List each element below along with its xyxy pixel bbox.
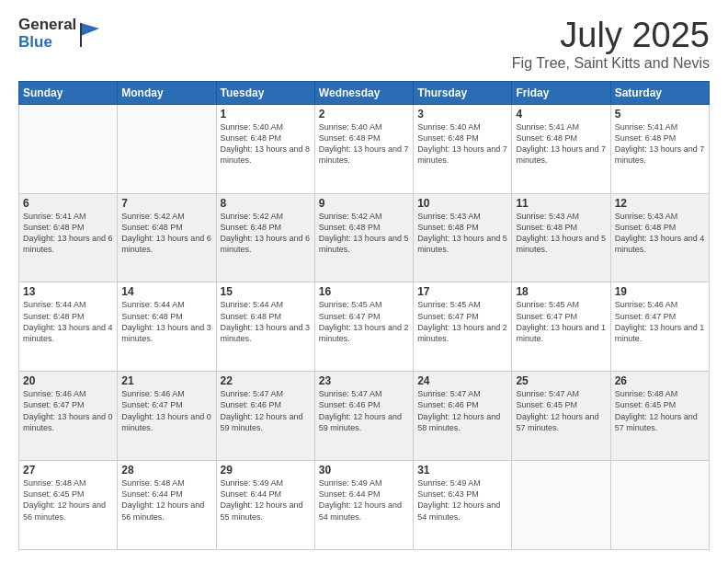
calendar-week-row: 20Sunrise: 5:46 AM Sunset: 6:47 PM Dayli… (19, 372, 710, 461)
day-info: Sunrise: 5:47 AM Sunset: 6:46 PM Dayligh… (319, 388, 409, 433)
day-number: 13 (23, 285, 113, 298)
day-info: Sunrise: 5:47 AM Sunset: 6:46 PM Dayligh… (221, 388, 311, 433)
table-row: 15Sunrise: 5:44 AM Sunset: 6:48 PM Dayli… (216, 282, 314, 372)
header-friday: Friday (512, 81, 610, 104)
day-info: Sunrise: 5:43 AM Sunset: 6:48 PM Dayligh… (417, 211, 507, 256)
calendar-table: Sunday Monday Tuesday Wednesday Thursday… (18, 81, 710, 550)
day-number: 3 (417, 108, 507, 121)
table-row (610, 461, 709, 550)
header-saturday: Saturday (610, 81, 709, 104)
day-number: 6 (23, 197, 113, 210)
table-row: 2Sunrise: 5:40 AM Sunset: 6:48 PM Daylig… (314, 104, 413, 193)
day-info: Sunrise: 5:49 AM Sunset: 6:44 PM Dayligh… (319, 477, 409, 523)
day-info: Sunrise: 5:47 AM Sunset: 6:46 PM Dayligh… (417, 388, 507, 433)
table-row: 11Sunrise: 5:43 AM Sunset: 6:48 PM Dayli… (512, 193, 610, 282)
day-number: 7 (121, 197, 211, 210)
day-number: 27 (23, 464, 113, 477)
day-info: Sunrise: 5:42 AM Sunset: 6:48 PM Dayligh… (319, 211, 409, 256)
header-sunday: Sunday (19, 81, 118, 104)
day-info: Sunrise: 5:40 AM Sunset: 6:48 PM Dayligh… (319, 121, 409, 167)
day-number: 21 (121, 374, 211, 387)
table-row: 14Sunrise: 5:44 AM Sunset: 6:48 PM Dayli… (118, 282, 216, 372)
table-row: 20Sunrise: 5:46 AM Sunset: 6:47 PM Dayli… (19, 372, 118, 461)
day-number: 24 (417, 374, 507, 387)
logo-blue: Blue (18, 34, 76, 52)
table-row: 5Sunrise: 5:41 AM Sunset: 6:48 PM Daylig… (610, 104, 709, 193)
logo-text: General Blue (18, 17, 76, 51)
table-row: 17Sunrise: 5:45 AM Sunset: 6:47 PM Dayli… (414, 282, 512, 372)
table-row: 24Sunrise: 5:47 AM Sunset: 6:46 PM Dayli… (414, 372, 512, 461)
day-info: Sunrise: 5:48 AM Sunset: 6:44 PM Dayligh… (121, 477, 211, 523)
calendar-week-row: 13Sunrise: 5:44 AM Sunset: 6:48 PM Dayli… (19, 282, 710, 372)
day-info: Sunrise: 5:41 AM Sunset: 6:48 PM Dayligh… (615, 121, 705, 167)
day-info: Sunrise: 5:44 AM Sunset: 6:48 PM Dayligh… (121, 299, 211, 344)
calendar-week-row: 27Sunrise: 5:48 AM Sunset: 6:45 PM Dayli… (19, 461, 710, 550)
page: General Blue July 2025 Fig Tree, Saint K… (0, 0, 728, 563)
day-info: Sunrise: 5:40 AM Sunset: 6:48 PM Dayligh… (221, 121, 311, 167)
day-number: 1 (221, 108, 311, 121)
day-number: 9 (319, 197, 409, 210)
table-row: 7Sunrise: 5:42 AM Sunset: 6:48 PM Daylig… (118, 193, 216, 282)
table-row: 22Sunrise: 5:47 AM Sunset: 6:46 PM Dayli… (216, 372, 314, 461)
header-thursday: Thursday (414, 81, 512, 104)
table-row: 4Sunrise: 5:41 AM Sunset: 6:48 PM Daylig… (512, 104, 610, 193)
day-number: 19 (615, 285, 705, 298)
day-number: 4 (516, 108, 606, 121)
table-row: 1Sunrise: 5:40 AM Sunset: 6:48 PM Daylig… (216, 104, 314, 193)
table-row: 13Sunrise: 5:44 AM Sunset: 6:48 PM Dayli… (19, 282, 118, 372)
day-number: 2 (319, 108, 409, 121)
day-info: Sunrise: 5:45 AM Sunset: 6:47 PM Dayligh… (417, 299, 507, 344)
header-wednesday: Wednesday (314, 81, 413, 104)
table-row (19, 104, 118, 193)
day-info: Sunrise: 5:47 AM Sunset: 6:45 PM Dayligh… (516, 388, 606, 433)
table-row: 21Sunrise: 5:46 AM Sunset: 6:47 PM Dayli… (118, 372, 216, 461)
day-number: 25 (516, 374, 606, 387)
day-number: 18 (516, 285, 606, 298)
day-number: 16 (319, 285, 409, 298)
table-row: 3Sunrise: 5:40 AM Sunset: 6:48 PM Daylig… (414, 104, 512, 193)
day-number: 15 (221, 285, 311, 298)
day-number: 12 (615, 197, 705, 210)
day-info: Sunrise: 5:44 AM Sunset: 6:48 PM Dayligh… (221, 299, 311, 344)
header-monday: Monday (118, 81, 216, 104)
day-info: Sunrise: 5:45 AM Sunset: 6:47 PM Dayligh… (516, 299, 606, 344)
table-row: 28Sunrise: 5:48 AM Sunset: 6:44 PM Dayli… (118, 461, 216, 550)
calendar-week-row: 6Sunrise: 5:41 AM Sunset: 6:48 PM Daylig… (19, 193, 710, 282)
day-info: Sunrise: 5:46 AM Sunset: 6:47 PM Dayligh… (121, 388, 211, 433)
day-number: 5 (615, 108, 705, 121)
header-tuesday: Tuesday (216, 81, 314, 104)
day-number: 10 (417, 197, 507, 210)
svg-marker-0 (81, 23, 99, 36)
day-info: Sunrise: 5:46 AM Sunset: 6:47 PM Dayligh… (615, 299, 705, 344)
table-row: 16Sunrise: 5:45 AM Sunset: 6:47 PM Dayli… (314, 282, 413, 372)
day-number: 23 (319, 374, 409, 387)
day-info: Sunrise: 5:42 AM Sunset: 6:48 PM Dayligh… (221, 211, 311, 256)
day-info: Sunrise: 5:43 AM Sunset: 6:48 PM Dayligh… (516, 211, 606, 256)
table-row: 8Sunrise: 5:42 AM Sunset: 6:48 PM Daylig… (216, 193, 314, 282)
calendar-week-row: 1Sunrise: 5:40 AM Sunset: 6:48 PM Daylig… (19, 104, 710, 193)
day-number: 8 (221, 197, 311, 210)
logo: General Blue (18, 17, 99, 51)
day-number: 14 (121, 285, 211, 298)
day-number: 26 (615, 374, 705, 387)
table-row: 26Sunrise: 5:48 AM Sunset: 6:45 PM Dayli… (610, 372, 709, 461)
weekday-header-row: Sunday Monday Tuesday Wednesday Thursday… (19, 81, 710, 104)
day-info: Sunrise: 5:49 AM Sunset: 6:44 PM Dayligh… (221, 477, 311, 523)
table-row: 9Sunrise: 5:42 AM Sunset: 6:48 PM Daylig… (314, 193, 413, 282)
table-row: 29Sunrise: 5:49 AM Sunset: 6:44 PM Dayli… (216, 461, 314, 550)
day-number: 28 (121, 464, 211, 477)
table-row (512, 461, 610, 550)
table-row: 18Sunrise: 5:45 AM Sunset: 6:47 PM Dayli… (512, 282, 610, 372)
day-number: 29 (221, 464, 311, 477)
day-number: 11 (516, 197, 606, 210)
day-info: Sunrise: 5:44 AM Sunset: 6:48 PM Dayligh… (23, 299, 113, 344)
day-info: Sunrise: 5:46 AM Sunset: 6:47 PM Dayligh… (23, 388, 113, 433)
table-row: 12Sunrise: 5:43 AM Sunset: 6:48 PM Dayli… (610, 193, 709, 282)
table-row: 30Sunrise: 5:49 AM Sunset: 6:44 PM Dayli… (314, 461, 413, 550)
day-info: Sunrise: 5:49 AM Sunset: 6:43 PM Dayligh… (417, 477, 507, 523)
logo-flag-icon (79, 21, 99, 49)
day-info: Sunrise: 5:42 AM Sunset: 6:48 PM Dayligh… (121, 211, 211, 256)
table-row: 27Sunrise: 5:48 AM Sunset: 6:45 PM Dayli… (19, 461, 118, 550)
day-info: Sunrise: 5:41 AM Sunset: 6:48 PM Dayligh… (516, 121, 606, 167)
day-info: Sunrise: 5:45 AM Sunset: 6:47 PM Dayligh… (319, 299, 409, 344)
